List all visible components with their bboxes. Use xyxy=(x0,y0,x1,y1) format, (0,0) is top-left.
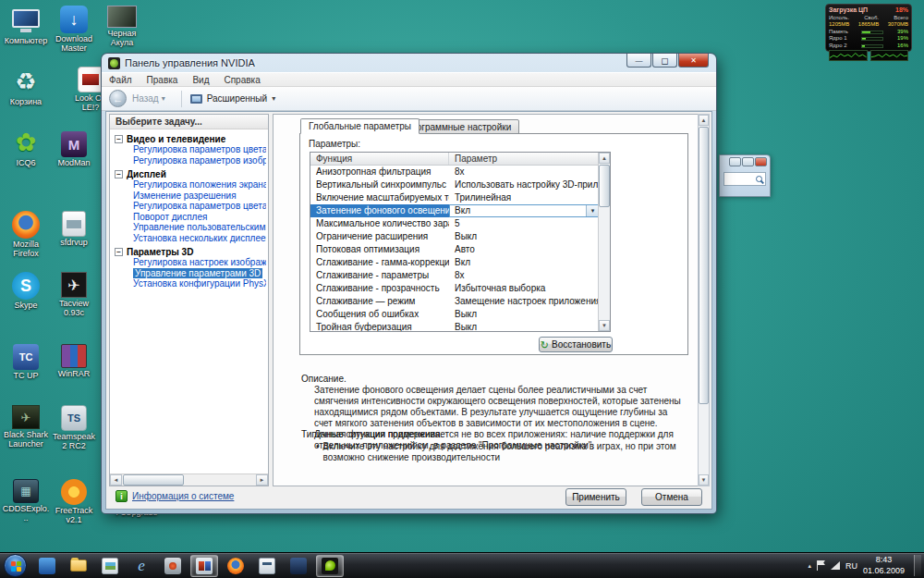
menu-file[interactable]: Файл xyxy=(102,75,140,85)
tree-item[interactable]: Регулировка настроек изображения с пр... xyxy=(115,257,266,268)
apply-button[interactable]: Применить xyxy=(565,488,626,506)
chevron-down-icon[interactable]: ▾ xyxy=(272,94,275,103)
bgwin-search-box[interactable] xyxy=(723,172,766,186)
collapse-icon[interactable] xyxy=(115,248,123,256)
desktop-icon-firefox[interactable]: Mozilla Firefox xyxy=(2,211,50,259)
tree-group-video[interactable]: Видео и телевидение xyxy=(115,134,266,144)
taskbar-icon-media-player[interactable] xyxy=(159,555,187,577)
tree-item[interactable]: Поворот дисплея xyxy=(115,212,266,223)
taskbar-icon-firefox[interactable] xyxy=(222,555,249,577)
taskbar-icon-explorer[interactable] xyxy=(65,555,92,577)
collapse-icon[interactable] xyxy=(115,170,123,178)
desktop-icon-black-shark-launcher[interactable]: Black Shark Launcher xyxy=(2,405,50,449)
tree-item-selected[interactable]: Управление параметрами 3D xyxy=(115,268,266,279)
taskbar-icon-app[interactable] xyxy=(33,555,61,577)
table-row[interactable]: Тройная буферизацияВыкл xyxy=(310,321,610,332)
bgwin-maximize-button[interactable] xyxy=(742,157,754,166)
table-row[interactable]: Сообщения об ошибкахВыкл xyxy=(310,308,610,321)
tree-item[interactable]: Регулировка параметров цвета для вид... xyxy=(115,144,266,155)
desktop-icon-freetrack[interactable]: FreeTrack v2.1 xyxy=(50,479,98,525)
desktop-icon-skype[interactable]: Skype xyxy=(2,272,50,311)
scrollbar-thumb[interactable] xyxy=(123,474,184,486)
view-mode-selector[interactable]: Расширенный xyxy=(207,93,267,104)
table-row[interactable]: Включение масштабируемых текстурТрилиней… xyxy=(310,191,610,204)
cancel-button[interactable]: Отмена xyxy=(641,488,702,506)
bgwin-close-button[interactable] xyxy=(755,157,767,166)
taskbar-icon-nvidia-settings[interactable] xyxy=(190,555,218,577)
table-row-selected[interactable]: Затенение фонового освещения Вкл xyxy=(310,204,610,217)
tab-global-settings[interactable]: Глобальные параметры xyxy=(300,118,419,134)
table-row[interactable]: Анизотропная фильтрация8x xyxy=(310,166,610,178)
desktop-icon-modman[interactable]: ModMan xyxy=(50,131,98,168)
desktop-icon-sfdrvup[interactable]: sfdrvup xyxy=(50,211,98,248)
taskbar-icon-internet-explorer[interactable] xyxy=(128,555,155,577)
cpu-gadget[interactable]: Загрузка ЦП 18% Исполь. Своб. Всего 1205… xyxy=(825,4,912,52)
maximize-button[interactable] xyxy=(652,54,677,68)
minimize-button[interactable] xyxy=(626,54,651,68)
show-hidden-icons-button[interactable] xyxy=(808,562,811,570)
column-parameter[interactable]: Параметр xyxy=(449,153,600,165)
tree-group-3d[interactable]: Параметры 3D xyxy=(115,247,266,257)
scroll-down-arrow[interactable]: ▼ xyxy=(699,474,709,486)
back-button[interactable] xyxy=(109,90,127,107)
tree-item[interactable]: Регулировка параметров цвета рабочег... xyxy=(115,201,266,212)
scrollbar-thumb[interactable] xyxy=(699,127,709,404)
value-dropdown[interactable]: Вкл xyxy=(449,204,600,217)
table-row[interactable]: Потоковая оптимизацияАвто xyxy=(310,243,610,256)
title-bar[interactable]: Панель управления NVIDIA xyxy=(102,54,716,72)
tree-item[interactable]: Управление пользовательскими разреше... xyxy=(115,222,266,233)
table-row[interactable]: Сглаживание - гамма-коррекцияВкл xyxy=(310,256,610,269)
restore-button[interactable]: Восстановить xyxy=(539,337,613,352)
scroll-up-arrow[interactable]: ▲ xyxy=(599,153,610,164)
taskbar-icon-nvidia-panel-active[interactable] xyxy=(316,555,344,577)
tree-item[interactable]: Изменение разрешения xyxy=(115,191,266,202)
scroll-right-arrow[interactable]: ► xyxy=(256,474,268,486)
action-center-icon[interactable] xyxy=(817,560,825,571)
column-function[interactable]: Функция xyxy=(310,153,449,165)
system-info-link[interactable]: Информация о системе xyxy=(116,490,234,502)
sidebar-horizontal-scrollbar[interactable]: ◄ ► xyxy=(110,473,268,486)
scroll-left-arrow[interactable]: ◄ xyxy=(110,474,122,486)
collapse-icon[interactable] xyxy=(115,135,123,143)
network-icon[interactable] xyxy=(831,561,840,570)
table-row[interactable]: Сглаживание - параметры8x xyxy=(310,269,610,282)
history-chevron-icon[interactable]: ▾ xyxy=(162,94,165,103)
tree-item[interactable]: Регулировка положения экрана ЭЛТ xyxy=(115,179,266,191)
table-row[interactable]: Сглаживание — режимЗамещение настроек пр… xyxy=(310,295,610,308)
tree-group-display[interactable]: Дисплей xyxy=(115,169,266,179)
desktop-icon-tcup[interactable]: TC UP xyxy=(2,344,50,381)
menu-edit[interactable]: Правка xyxy=(140,75,186,85)
language-indicator[interactable]: RU xyxy=(845,561,857,571)
tree-item[interactable]: Регулировка параметров изображения в... xyxy=(115,155,266,166)
desktop-icon-black-shark-image[interactable]: Черная Акула xyxy=(98,6,146,48)
desktop-icon-download-master[interactable]: Download Master xyxy=(50,6,98,54)
menu-view[interactable]: Вид xyxy=(185,75,216,85)
desktop-icon-recycle-bin[interactable]: Корзина xyxy=(2,67,50,107)
menu-help[interactable]: Справка xyxy=(216,75,267,85)
show-desktop-button[interactable] xyxy=(914,555,921,576)
scroll-down-arrow[interactable]: ▼ xyxy=(599,320,610,331)
start-button[interactable] xyxy=(4,554,27,577)
tree-item[interactable]: Установка нескольких дисплеев xyxy=(115,233,266,244)
desktop-icon-cddsexplorer[interactable]: CDDSExplo... xyxy=(2,479,50,523)
desktop-icon-teamspeak[interactable]: Teamspeak 2 RC2 xyxy=(50,405,98,451)
desktop-icon-tacview[interactable]: Tacview 0.93c xyxy=(50,272,98,318)
tree-item[interactable]: Установка конфигурации PhysX xyxy=(115,278,266,289)
table-row[interactable]: Ограничение расширенияВыкл xyxy=(310,230,610,243)
taskbar-icon-pictures[interactable] xyxy=(96,555,124,577)
taskbar-icon-app2[interactable] xyxy=(285,555,312,577)
taskbar-clock[interactable]: 8:43 01.06.2009 xyxy=(863,555,905,576)
table-row[interactable]: Вертикальный синхроимпульсИспользовать н… xyxy=(310,178,610,191)
background-window[interactable] xyxy=(719,154,771,197)
pane-vertical-scrollbar[interactable]: ▲ ▼ xyxy=(698,114,710,486)
table-vertical-scrollbar[interactable]: ▲ ▼ xyxy=(598,153,610,331)
taskbar-icon-calculator[interactable] xyxy=(253,555,281,577)
desktop-icon-computer[interactable]: Компьютер xyxy=(2,6,50,46)
table-row[interactable]: Максимальное количество заранее под...5 xyxy=(310,217,610,230)
table-row[interactable]: Сглаживание - прозрачностьИзбыточная выб… xyxy=(310,282,610,295)
bgwin-minimize-button[interactable] xyxy=(729,157,741,166)
scrollbar-thumb[interactable] xyxy=(599,165,610,207)
desktop-icon-winrar[interactable]: WinRAR xyxy=(50,344,98,379)
close-button[interactable] xyxy=(678,54,709,68)
scroll-up-arrow[interactable]: ▲ xyxy=(699,115,709,126)
